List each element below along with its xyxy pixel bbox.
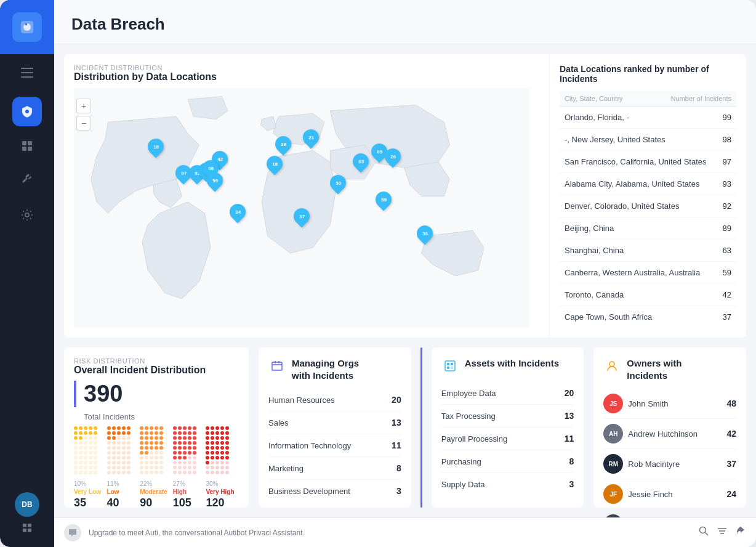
owner-count: 42: [726, 429, 736, 439]
svg-rect-15: [28, 529, 31, 532]
data-locations-panel: Data Locations ranked by number of Incid…: [549, 54, 746, 338]
svg-line-28: [706, 533, 709, 536]
location-row: Alabama City, Alabama, United States 93: [560, 173, 736, 195]
map-pin-p5[interactable]: 18: [267, 156, 283, 172]
nav-item-dashboard[interactable]: [12, 131, 42, 161]
owner-avatar: RM: [603, 454, 623, 474]
risk-dots-grid: [74, 426, 239, 476]
map-pin-p14[interactable]: 26: [385, 148, 401, 164]
risk-stat-high: 27% High 105: [173, 480, 206, 508]
managing-orgs-panel: Managing Orgswith Incidents Human Resour…: [259, 347, 411, 508]
risk-level: Moderate: [140, 488, 173, 495]
chat-icon: [64, 524, 81, 541]
risk-col-low: [107, 426, 140, 476]
asset-row: Tax Processing 13: [441, 405, 574, 427]
risk-col-vhigh: [206, 426, 239, 476]
owners-icon: [603, 357, 621, 375]
search-button[interactable]: [698, 525, 709, 540]
zoom-in-button[interactable]: +: [76, 99, 91, 113]
sidebar-logo: [0, 0, 54, 54]
svg-point-6: [25, 110, 29, 113]
assets-panel-title: Assets with Incidents: [465, 357, 559, 370]
risk-pct: 27%: [173, 480, 206, 487]
map-pin-p15[interactable]: 63: [353, 153, 369, 169]
map-pin-p3[interactable]: 28: [275, 136, 291, 152]
orgs-panel-header: Managing Orgswith Incidents: [268, 357, 401, 381]
org-name: Sales: [268, 418, 392, 427]
org-count: 3: [396, 486, 401, 496]
location-row: Orlando, Florida, - 99: [560, 107, 736, 129]
location-row: Shanghai, China 63: [560, 240, 736, 262]
risk-count: 90: [140, 496, 173, 508]
owner-row: JS John Smith 48: [603, 389, 736, 419]
risk-count: 40: [107, 496, 140, 508]
owner-name: John Smith: [628, 399, 722, 408]
locations-table-header: City, State, Country Number of Incidents: [560, 91, 736, 107]
more-options[interactable]: [21, 522, 33, 537]
locations-rows: Orlando, Florida, - 99 -, New Jersey, Un…: [560, 107, 736, 328]
owners-panel: Owners withIncidents JS John Smith 48 AH…: [593, 347, 746, 508]
svg-point-26: [609, 362, 614, 367]
location-row: Toronto, Canada 42: [560, 284, 736, 306]
nav-item-shield[interactable]: [12, 97, 42, 126]
location-name: Shanghai, China: [565, 246, 723, 255]
location-row: Beijing, China 89: [560, 217, 736, 240]
org-count: 13: [392, 418, 401, 427]
risk-level: Very High: [206, 488, 239, 495]
nav-item-settings[interactable]: [12, 200, 42, 230]
zoom-out-button[interactable]: −: [76, 116, 91, 131]
asset-count: 11: [565, 434, 574, 444]
map-container: 18 42 28 21 18 97 92 93 98 99: [74, 87, 529, 328]
map-pin-p1[interactable]: 18: [148, 139, 164, 155]
risk-count: 120: [206, 496, 239, 508]
owner-avatar: JS: [603, 394, 623, 413]
asset-count: 13: [565, 411, 574, 421]
asset-row: Supply Data 3: [441, 473, 574, 495]
map-pin-p12[interactable]: 30: [330, 175, 346, 191]
filter-button[interactable]: [717, 525, 728, 540]
risk-panel: Risk Distribution Overall Incident Distr…: [64, 347, 249, 508]
risk-stat-moderate: 22% Moderate 90: [140, 480, 173, 508]
share-button[interactable]: [735, 525, 746, 540]
svg-rect-24: [447, 367, 449, 369]
risk-total: 390: [74, 381, 239, 407]
risk-level: High: [173, 488, 206, 495]
location-count: 98: [723, 135, 731, 144]
org-row: Business Development 3: [268, 480, 401, 502]
svg-point-11: [25, 213, 29, 217]
svg-rect-22: [447, 363, 449, 365]
nav-item-tools[interactable]: [12, 166, 42, 195]
asset-row: Employee Data 20: [441, 382, 574, 405]
owner-count: 37: [726, 459, 736, 469]
owner-row: AH Andrew Hutchinson 42: [603, 419, 736, 449]
location-count: 63: [723, 246, 731, 255]
svg-rect-21: [445, 361, 455, 371]
location-count: 42: [723, 290, 731, 299]
org-row: Information Technology 11: [268, 434, 401, 457]
map-pin-p11[interactable]: 34: [230, 204, 246, 220]
location-count: 93: [723, 179, 731, 188]
content-area: Incident Distribution Distribution by Da…: [54, 44, 756, 517]
location-count: 99: [723, 113, 731, 122]
user-avatar[interactable]: DB: [15, 492, 39, 517]
owner-name: Andrew Hutchinson: [628, 429, 722, 439]
org-row: Human Resources 20: [268, 389, 401, 411]
asset-row: Payroll Processing 11: [441, 427, 574, 450]
map-controls: + −: [76, 99, 91, 131]
map-pin-p18[interactable]: 36: [417, 225, 433, 241]
org-count: 11: [392, 440, 401, 450]
location-row: Denver, Colorado, United States 92: [560, 195, 736, 217]
map-pin-p17[interactable]: 37: [294, 208, 310, 224]
hamburger-icon[interactable]: [21, 67, 33, 81]
map-pin-p16[interactable]: 59: [376, 192, 392, 208]
risk-section-label: Risk Distribution: [74, 357, 239, 365]
map-pin-p4[interactable]: 21: [303, 129, 319, 145]
main-content: Data Breach Incident Distribution Distri…: [54, 0, 756, 547]
asset-name: Tax Processing: [441, 411, 565, 421]
risk-section-title: Overall Incident Distribution: [74, 365, 239, 376]
owner-avatar: AH: [603, 424, 623, 444]
data-locations-title: Data Locations ranked by number of Incid…: [560, 64, 736, 84]
map-pin-p10[interactable]: 99: [207, 172, 223, 188]
location-name: Alabama City, Alabama, United States: [565, 179, 723, 188]
location-name: Canberra, Western Australia, Australia: [565, 268, 723, 277]
